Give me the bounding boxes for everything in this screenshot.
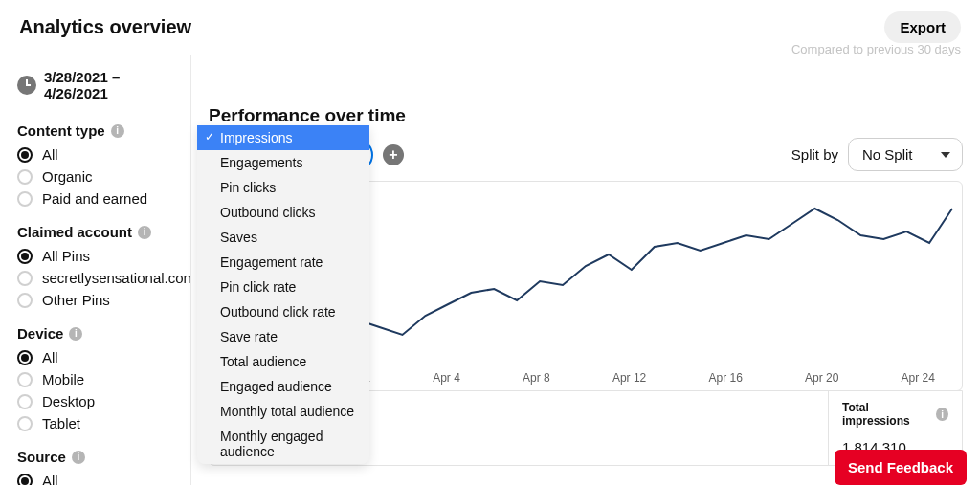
x-tick: Apr 4 (433, 371, 460, 385)
dropdown-item[interactable]: Pin click rate (197, 275, 369, 299)
info-icon[interactable]: i (72, 451, 85, 464)
info-icon[interactable]: i (69, 327, 82, 341)
dropdown-item[interactable]: Total audience (197, 349, 369, 374)
filter-title: Claimed account (17, 224, 132, 240)
radio-icon (17, 372, 33, 387)
metric-dropdown[interactable]: ImpressionsEngagementsPin clicksOutbound… (197, 125, 369, 464)
radio-icon (17, 416, 33, 431)
page-title: Analytics overview (19, 16, 191, 38)
date-range-label: 3/28/2021 – 4/26/2021 (44, 69, 173, 101)
radio-device-all[interactable]: All (17, 349, 173, 365)
export-button[interactable]: Export (884, 11, 961, 43)
split-by-label: Split by (791, 146, 838, 163)
radio-other-pins[interactable]: Other Pins (17, 292, 173, 308)
filter-title: Source (17, 449, 66, 465)
radio-icon (17, 249, 33, 264)
filter-title: Device (17, 325, 63, 342)
radio-tablet[interactable]: Tablet (17, 415, 173, 431)
x-tick: Apr 16 (708, 371, 742, 385)
x-tick: Apr 24 (902, 371, 935, 385)
radio-icon (17, 293, 33, 308)
dropdown-item[interactable]: Engagement rate (197, 250, 369, 275)
radio-desktop[interactable]: Desktop (17, 393, 173, 409)
info-icon[interactable]: i (111, 124, 124, 138)
dropdown-item[interactable]: Save rate (197, 324, 369, 349)
clock-icon (17, 76, 36, 95)
radio-mobile[interactable]: Mobile (17, 371, 173, 387)
radio-all[interactable]: All (17, 146, 173, 163)
sidebar: 3/28/2021 – 4/26/2021 Content type i All… (0, 55, 191, 485)
radio-organic[interactable]: Organic (17, 168, 173, 185)
split-by-select[interactable]: No Split (848, 138, 963, 171)
info-icon[interactable]: i (936, 408, 948, 421)
filter-claimed-account: Claimed account i All Pins secretlysensa… (17, 224, 173, 308)
section-title: Performance over time (209, 105, 963, 126)
dropdown-item[interactable]: Saves (197, 225, 369, 250)
radio-icon (17, 191, 33, 207)
x-tick: Apr 12 (612, 371, 646, 385)
filter-title: Content type (17, 122, 105, 139)
add-metric-button[interactable]: + (383, 144, 404, 165)
radio-icon (17, 394, 33, 409)
dropdown-item[interactable]: Outbound click rate (197, 299, 369, 324)
total-impressions-header: Total impressions (842, 401, 930, 428)
radio-icon (17, 474, 33, 486)
radio-source-all[interactable]: All (17, 473, 173, 485)
dropdown-item[interactable]: Engagements (197, 150, 369, 175)
dropdown-item[interactable]: Engaged audience (197, 374, 369, 399)
radio-icon (17, 147, 33, 163)
radio-icon (17, 169, 33, 185)
dropdown-item[interactable]: Pin clicks (197, 175, 369, 200)
filter-source: Source i All Your Pins Other Pins (17, 449, 173, 485)
filter-device: Device i All Mobile Desktop Tablet (17, 325, 173, 431)
x-tick: Apr 8 (523, 371, 550, 385)
radio-paid-earned[interactable]: Paid and earned (17, 190, 173, 207)
x-tick: Apr 20 (805, 371, 838, 385)
comparison-note: Compared to previous 30 days (791, 42, 961, 56)
filter-content-type: Content type i All Organic Paid and earn… (17, 122, 173, 207)
dropdown-item[interactable]: Impressions (197, 125, 369, 150)
radio-all-pins[interactable]: All Pins (17, 248, 173, 264)
date-range-picker[interactable]: 3/28/2021 – 4/26/2021 (17, 69, 173, 101)
radio-icon (17, 271, 33, 286)
dropdown-item[interactable]: Monthly engaged audience (197, 424, 369, 464)
radio-domain[interactable]: secretlysensational.com (17, 270, 173, 286)
radio-icon (17, 350, 33, 365)
chevron-down-icon (941, 152, 950, 158)
info-icon[interactable]: i (138, 226, 151, 239)
send-feedback-button[interactable]: Send Feedback (835, 450, 967, 485)
dropdown-item[interactable]: Monthly total audience (197, 399, 369, 424)
dropdown-item[interactable]: Outbound clicks (197, 200, 369, 225)
